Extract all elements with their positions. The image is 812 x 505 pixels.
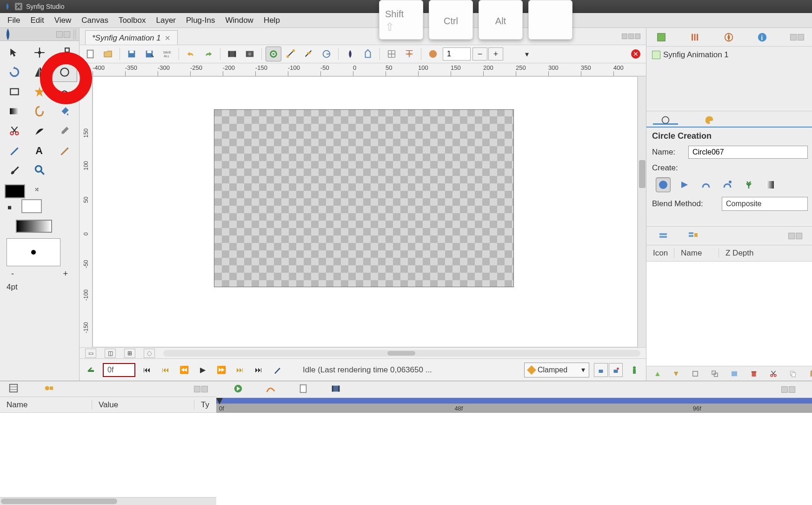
navigator-icon[interactable] (723, 31, 734, 44)
seek-end-button[interactable]: ⏭ (252, 363, 266, 377)
polygon-tool[interactable] (27, 101, 52, 121)
play-button[interactable]: ▶ (196, 363, 210, 377)
menu-plugins[interactable]: Plug-Ins (181, 14, 220, 27)
lock-past-button[interactable] (609, 363, 623, 377)
history-panel-icon[interactable] (689, 31, 700, 44)
menu-layer[interactable]: Layer (152, 14, 181, 27)
canvas-dock-controls[interactable] (622, 34, 640, 39)
lower-layer-button[interactable]: ▼ (672, 369, 680, 379)
curves-tab[interactable] (266, 384, 276, 396)
star-tool[interactable] (27, 82, 52, 101)
zoom-tool[interactable] (27, 160, 52, 180)
panel-grabber[interactable] (73, 29, 76, 40)
group-layer-button[interactable] (730, 369, 739, 379)
toolbox-tab-icon[interactable] (3, 29, 13, 40)
color-selector[interactable]: ⤭ ◼ (0, 182, 79, 216)
show-width-button[interactable] (301, 47, 317, 61)
cut-layer-button[interactable] (769, 369, 778, 379)
animate-toggle[interactable] (627, 363, 641, 377)
menu-view[interactable]: View (50, 14, 76, 27)
create-plant-layer[interactable] (741, 177, 756, 192)
swap-colors-icon[interactable]: ⤭ (34, 186, 39, 193)
snap-handle-button[interactable] (266, 47, 281, 61)
default-colors-icon[interactable]: ◼ (7, 204, 12, 210)
scale-tool[interactable] (52, 43, 77, 62)
preview-button[interactable] (242, 47, 258, 61)
params-tab[interactable] (8, 383, 19, 395)
canvas-browser-icon[interactable] (656, 31, 667, 44)
eyedrop-tool[interactable] (52, 121, 77, 141)
seek-back-button[interactable]: ⏪ (177, 363, 191, 377)
spline-tool[interactable] (52, 82, 77, 101)
zoom-dropdown[interactable]: ▾ (519, 47, 535, 61)
show-angle-button[interactable] (319, 47, 334, 61)
menu-window[interactable]: Window (220, 14, 258, 27)
seek-next-key-button[interactable]: ⏭ (233, 363, 247, 377)
gradient-swatch[interactable] (16, 220, 52, 233)
save-button[interactable] (124, 47, 140, 61)
zoom-input[interactable] (443, 47, 471, 61)
seek-start-button[interactable]: ⏮ (140, 363, 154, 377)
lock-keyframe-button[interactable] (594, 363, 608, 377)
menu-help[interactable]: Help (259, 14, 285, 27)
layer-groups-tab[interactable] (687, 229, 699, 242)
timeline-ruler[interactable]: 0f 48f 96f (216, 398, 812, 413)
create-region-layer[interactable] (677, 177, 692, 192)
current-frame-input[interactable] (103, 363, 135, 377)
duplicate-layer-button[interactable] (711, 369, 719, 379)
canvas-tree-item[interactable]: Synfig Animation 1 (652, 50, 808, 60)
draw-tool[interactable] (2, 141, 27, 160)
create-circle-layer[interactable] (656, 177, 671, 192)
children-tab[interactable] (298, 384, 308, 396)
layers-col-zdepth[interactable]: Z Depth (719, 249, 760, 258)
guides-button[interactable] (360, 47, 376, 61)
horizontal-scrollbar[interactable] (163, 350, 640, 357)
interpolation-select[interactable]: Clamped ▾ (524, 363, 589, 377)
cutout-tool[interactable] (2, 121, 27, 141)
zoom-in-button[interactable]: + (488, 47, 503, 61)
params-col-value[interactable]: Value (92, 400, 194, 410)
outline-color-swatch[interactable] (5, 184, 25, 198)
canvas-mode-2[interactable]: ◫ (105, 349, 116, 358)
grid-button[interactable] (384, 47, 399, 61)
quality-button[interactable] (425, 47, 441, 61)
sketch-tool[interactable] (52, 141, 77, 160)
open-file-button[interactable] (100, 47, 116, 61)
redo-button[interactable] (200, 47, 216, 61)
new-file-button[interactable] (82, 47, 98, 61)
keyframes-tab[interactable] (44, 383, 54, 395)
text-tool[interactable]: A (27, 141, 52, 160)
seek-prev-key-button[interactable]: ⏮ (159, 363, 173, 377)
brush-size-increase[interactable]: + (63, 269, 68, 279)
tool-options-tab[interactable] (653, 113, 678, 125)
width-tool[interactable] (27, 121, 52, 141)
layers-dock-controls[interactable] (788, 233, 802, 239)
info-icon[interactable]: i (757, 31, 768, 44)
brush-tool[interactable] (2, 160, 27, 180)
create-outline-layer[interactable] (699, 177, 713, 192)
params-hscroll[interactable] (0, 497, 216, 505)
menu-file[interactable]: File (3, 14, 25, 27)
rectangle-tool[interactable] (2, 82, 27, 101)
layers-col-icon[interactable]: Icon (646, 249, 674, 258)
params-dock-controls[interactable] (194, 386, 208, 392)
canvas-mode-4[interactable]: ◌ (144, 349, 155, 358)
dock-controls[interactable] (56, 31, 70, 38)
params-col-name[interactable]: Name (0, 400, 92, 410)
paste-layer-button[interactable] (808, 369, 812, 379)
render-button[interactable] (224, 47, 240, 61)
save-all-button[interactable]: SAVEALL (159, 47, 175, 61)
canvas-mode-1[interactable]: ▭ (85, 349, 96, 358)
keyframe-button[interactable] (270, 363, 284, 377)
save-as-button[interactable] (141, 47, 157, 61)
document-tab[interactable]: *Synfig Animation 1 ✕ (85, 30, 178, 45)
delete-layer-button[interactable] (750, 369, 758, 379)
snap-grid-button[interactable] (401, 47, 417, 61)
close-tab-icon[interactable]: ✕ (165, 34, 171, 42)
create-advanced-outline[interactable] (720, 177, 735, 192)
menu-toolbox[interactable]: Toolbox (114, 14, 151, 27)
fill-color-swatch[interactable] (21, 199, 42, 213)
undo-button[interactable] (183, 47, 199, 61)
mirror-tool[interactable] (27, 62, 52, 82)
params-col-type[interactable]: Ty (194, 400, 216, 410)
